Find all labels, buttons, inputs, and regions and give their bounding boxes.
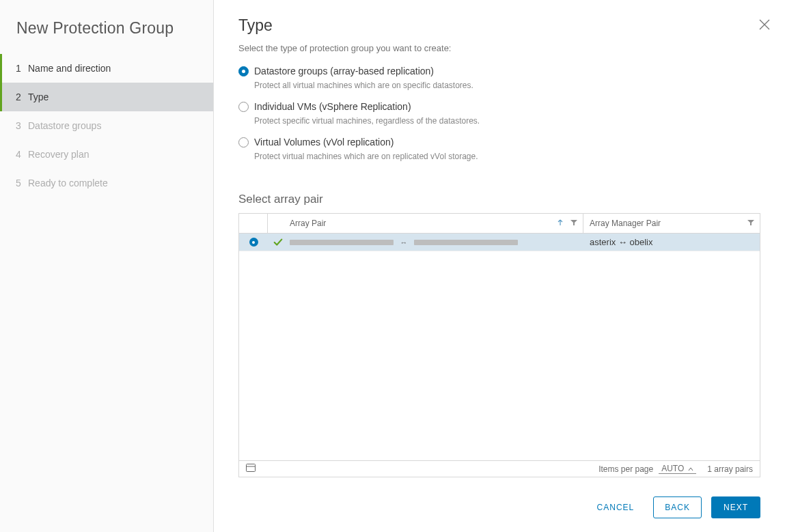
items-per-page-value: AUTO	[661, 464, 684, 473]
step-type[interactable]: 2 Type	[0, 83, 213, 111]
grid-header: Array Pair Array Manager Pair	[239, 214, 760, 234]
row-array-pair: ↔	[268, 238, 583, 247]
grid-footer: Items per page AUTO 1 array pairs	[239, 460, 760, 477]
array-pair-section-title: Select array pair	[238, 193, 760, 206]
next-button[interactable]: NEXT	[711, 496, 760, 518]
col-array-manager-pair[interactable]: Array Manager Pair	[583, 214, 760, 233]
col-array-manager-pair-label: Array Manager Pair	[590, 219, 661, 228]
array-manager-pair-value: asterix ↔ obelix	[590, 237, 652, 247]
column-toggle-icon	[246, 464, 256, 474]
col-array-pair-label: Array Pair	[290, 219, 326, 228]
step-label: Type	[28, 92, 49, 102]
step-number: 4	[16, 149, 28, 160]
filter-icon[interactable]	[570, 219, 577, 228]
step-label: Ready to complete	[28, 178, 108, 188]
grid-body: ↔ asterix ↔ obelix	[239, 234, 760, 460]
row-array-manager-pair: asterix ↔ obelix	[583, 237, 760, 247]
items-per-page-select[interactable]: AUTO	[659, 464, 696, 474]
step-number: 5	[16, 178, 28, 188]
status-ok-icon	[273, 238, 290, 247]
wizard-steps: 1 Name and direction 2 Type 3 Datastore …	[0, 54, 213, 197]
wizard-dialog: New Protection Group 1 Name and directio…	[0, 0, 785, 532]
radio-desc: Protect all virtual machines which are o…	[254, 81, 760, 90]
items-per-page: Items per page AUTO	[598, 464, 696, 474]
page-title: Type	[238, 16, 760, 35]
back-button[interactable]: BACK	[653, 496, 702, 518]
redacted-text	[414, 240, 518, 245]
radio-icon	[238, 66, 249, 76]
step-number: 2	[16, 92, 28, 102]
radio-individual-vms[interactable]: Individual VMs (vSphere Replication) Pro…	[238, 101, 760, 126]
cancel-button[interactable]: CANCEL	[588, 496, 644, 518]
redacted-text	[290, 240, 394, 245]
close-button[interactable]	[759, 19, 770, 32]
row-select-radio[interactable]	[239, 238, 268, 247]
chevron-up-icon	[688, 464, 693, 473]
grid-view-toggle[interactable]	[246, 464, 256, 474]
array-pair-value: ↔	[290, 238, 518, 247]
step-number: 3	[16, 120, 28, 131]
radio-icon	[238, 137, 249, 148]
step-number: 1	[16, 63, 28, 74]
page-intro: Select the type of protection group you …	[238, 43, 760, 53]
step-ready-complete: 5 Ready to complete	[0, 169, 213, 197]
main-panel: Type Select the type of protection group…	[214, 0, 785, 532]
col-array-pair[interactable]: Array Pair	[268, 214, 583, 233]
radio-label: Datastore groups (array-based replicatio…	[254, 66, 434, 76]
step-label: Recovery plan	[28, 149, 89, 160]
wizard-title: New Protection Group	[0, 12, 213, 51]
array-pair-grid: Array Pair Array Manager Pair	[238, 213, 760, 477]
protection-type-radio-group: Datastore groups (array-based replicatio…	[238, 66, 760, 172]
radio-icon	[249, 238, 258, 247]
svg-rect-0	[247, 464, 256, 472]
close-icon	[759, 22, 770, 32]
table-row[interactable]: ↔ asterix ↔ obelix	[239, 234, 760, 251]
wizard-sidebar: New Protection Group 1 Name and directio…	[0, 0, 214, 532]
rows-summary: 1 array pairs	[707, 464, 753, 474]
radio-icon	[238, 102, 249, 112]
step-label: Datastore groups	[28, 120, 101, 131]
radio-desc: Protect specific virtual machines, regar…	[254, 116, 760, 126]
wizard-footer: CANCEL BACK NEXT	[238, 496, 760, 518]
radio-datastore-groups[interactable]: Datastore groups (array-based replicatio…	[238, 66, 760, 90]
swap-icon: ↔	[398, 238, 410, 247]
items-per-page-label: Items per page	[598, 464, 653, 474]
sort-asc-icon[interactable]	[557, 219, 564, 228]
radio-desc: Protect virtual machines which are on re…	[254, 152, 760, 161]
filter-icon[interactable]	[747, 219, 754, 228]
radio-label: Virtual Volumes (vVol replication)	[254, 137, 394, 148]
col-select	[239, 214, 268, 233]
step-datastore-groups: 3 Datastore groups	[0, 111, 213, 140]
radio-label: Individual VMs (vSphere Replication)	[254, 101, 411, 112]
radio-virtual-volumes[interactable]: Virtual Volumes (vVol replication) Prote…	[238, 137, 760, 161]
step-name-direction[interactable]: 1 Name and direction	[0, 54, 213, 83]
step-recovery-plan: 4 Recovery plan	[0, 140, 213, 169]
step-label: Name and direction	[28, 63, 111, 74]
